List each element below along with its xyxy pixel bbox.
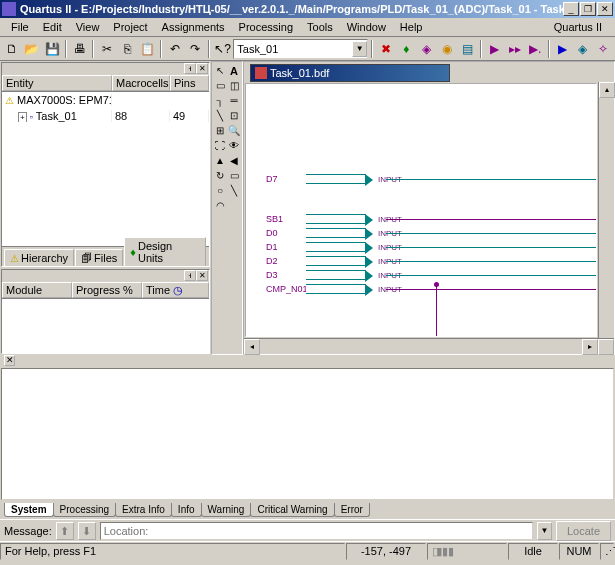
status-grid[interactable]: [2, 299, 209, 353]
analyze-icon[interactable]: ▸▸: [505, 39, 524, 59]
scroll-right-icon[interactable]: ▸: [582, 339, 598, 355]
menu-edit[interactable]: Edit: [36, 19, 69, 35]
menu-assignments[interactable]: Assignments: [155, 19, 232, 35]
text-tool-icon[interactable]: A: [227, 63, 241, 78]
pin-cmp_n01[interactable]: CMP_N01INPUT: [266, 282, 402, 296]
symbol-tool-icon[interactable]: ▭: [213, 78, 227, 93]
zoom-icon[interactable]: 🔍: [227, 123, 241, 138]
timing-icon[interactable]: ◉: [437, 39, 456, 59]
arc-tool-icon[interactable]: ◠: [213, 198, 227, 213]
menu-file[interactable]: File: [4, 19, 36, 35]
settings-icon[interactable]: ♦: [397, 39, 416, 59]
panel-close-icon[interactable]: ✕: [196, 270, 208, 281]
chip-icon[interactable]: ◈: [417, 39, 436, 59]
wire[interactable]: [386, 275, 597, 276]
col-time[interactable]: Time ◷: [142, 282, 209, 298]
tab-design-units[interactable]: ♦Design Units: [124, 237, 206, 266]
col-progress[interactable]: Progress %: [72, 282, 142, 298]
col-module[interactable]: Module: [2, 282, 72, 298]
tab-hierarchy[interactable]: ⚠Hierarchy: [4, 249, 74, 266]
menu-project[interactable]: Project: [106, 19, 154, 35]
close-button[interactable]: ✕: [597, 2, 613, 16]
rotate-icon[interactable]: ↻: [213, 168, 227, 183]
col-macrocells[interactable]: Macrocells: [112, 75, 170, 91]
messages-close-icon[interactable]: ✕: [4, 355, 15, 366]
menu-help[interactable]: Help: [393, 19, 430, 35]
menu-window[interactable]: Window: [340, 19, 393, 35]
orthogonal-node-icon[interactable]: ┐: [213, 93, 227, 108]
flip-v-icon[interactable]: ◀: [227, 153, 241, 168]
location-input[interactable]: [100, 522, 533, 540]
pin-sb1[interactable]: SB1INPUT: [266, 212, 402, 226]
copy-icon[interactable]: ⎘: [118, 39, 137, 59]
tab-error[interactable]: Error: [334, 503, 370, 517]
vertical-scrollbar[interactable]: ▴: [598, 82, 614, 338]
tab-system[interactable]: System: [4, 503, 54, 517]
design-combo[interactable]: Task_01 ▼: [233, 39, 368, 59]
schematic-canvas[interactable]: D7INPUTSB1INPUTD0INPUTD1INPUTD2INPUTD3IN…: [245, 83, 597, 337]
pin-d3[interactable]: D3INPUT: [266, 268, 402, 282]
scroll-up-icon[interactable]: ▴: [599, 82, 615, 98]
help-pointer-icon[interactable]: ↖?: [213, 39, 232, 59]
line-tool-icon[interactable]: ╲: [227, 183, 241, 198]
wire[interactable]: [386, 261, 597, 262]
save-icon[interactable]: 💾: [43, 39, 62, 59]
maximize-button[interactable]: ❐: [580, 2, 596, 16]
tool-icon[interactable]: ✧: [594, 39, 613, 59]
menu-tools[interactable]: Tools: [300, 19, 340, 35]
redo-icon[interactable]: ↷: [186, 39, 205, 59]
pin-d7[interactable]: D7INPUT: [266, 172, 402, 186]
select-tool-icon[interactable]: ↖: [213, 63, 227, 78]
prog-icon[interactable]: ◈: [573, 39, 592, 59]
cut-icon[interactable]: ✂: [97, 39, 116, 59]
pin-d0[interactable]: D0INPUT: [266, 226, 402, 240]
open-icon[interactable]: 📂: [22, 39, 41, 59]
minimize-button[interactable]: _: [563, 2, 579, 16]
pin-d2[interactable]: D2INPUT: [266, 254, 402, 268]
rect-tool-icon[interactable]: ▭: [227, 168, 241, 183]
wire[interactable]: [386, 179, 597, 180]
hierarchy-grid[interactable]: ⚠ MAX7000S: EPM712... + ▫ Task_01 88 49: [2, 92, 209, 246]
find-icon[interactable]: 👁: [227, 138, 241, 153]
paste-icon[interactable]: 📋: [138, 39, 157, 59]
col-pins[interactable]: Pins: [170, 75, 209, 91]
chevron-down-icon[interactable]: ▼: [352, 41, 367, 57]
panel-pin-icon[interactable]: ⫞: [184, 63, 196, 74]
location-dropdown-icon[interactable]: ▼: [537, 522, 552, 540]
pin-d1[interactable]: D1INPUT: [266, 240, 402, 254]
print-icon[interactable]: 🖶: [70, 39, 89, 59]
wire[interactable]: [436, 284, 437, 337]
tab-processing[interactable]: Processing: [53, 503, 116, 517]
tab-info[interactable]: Info: [171, 503, 202, 517]
fullscreen-icon[interactable]: ⛶: [213, 138, 227, 153]
wire[interactable]: [386, 219, 597, 220]
assign-icon[interactable]: ✖: [376, 39, 395, 59]
panel-close-icon[interactable]: ✕: [196, 63, 208, 74]
wire[interactable]: [386, 289, 597, 290]
orthogonal-bus-icon[interactable]: ═: [227, 93, 241, 108]
wire[interactable]: [386, 233, 597, 234]
table-row[interactable]: ⚠ MAX7000S: EPM712...: [2, 92, 209, 108]
tab-critical-warning[interactable]: Critical Warning: [250, 503, 334, 517]
flip-h-icon[interactable]: ▲: [213, 153, 227, 168]
db-icon[interactable]: ▤: [458, 39, 477, 59]
table-row[interactable]: + ▫ Task_01 88 49: [2, 108, 209, 124]
run-icon[interactable]: ▶: [553, 39, 572, 59]
diagonal-node-icon[interactable]: ╲: [213, 108, 227, 123]
resize-grip-icon[interactable]: ⋰: [600, 543, 614, 560]
prev-message-icon[interactable]: ⬆: [56, 522, 74, 540]
tab-files[interactable]: 🗐Files: [75, 249, 123, 266]
rubberband-icon[interactable]: ⊞: [213, 123, 227, 138]
panel-pin-icon[interactable]: ⫞: [184, 270, 196, 281]
sim-icon[interactable]: ▶.: [526, 39, 545, 59]
wire-node[interactable]: [434, 282, 439, 287]
locate-button[interactable]: Locate: [556, 521, 611, 541]
col-entity[interactable]: Entity: [2, 75, 112, 91]
oval-tool-icon[interactable]: ○: [213, 183, 227, 198]
block-tool-icon[interactable]: ◫: [227, 78, 241, 93]
scroll-left-icon[interactable]: ◂: [244, 339, 260, 355]
tab-extra-info[interactable]: Extra Info: [115, 503, 172, 517]
conduit-icon[interactable]: ⊡: [227, 108, 241, 123]
menu-view[interactable]: View: [69, 19, 107, 35]
compile-icon[interactable]: ▶: [485, 39, 504, 59]
